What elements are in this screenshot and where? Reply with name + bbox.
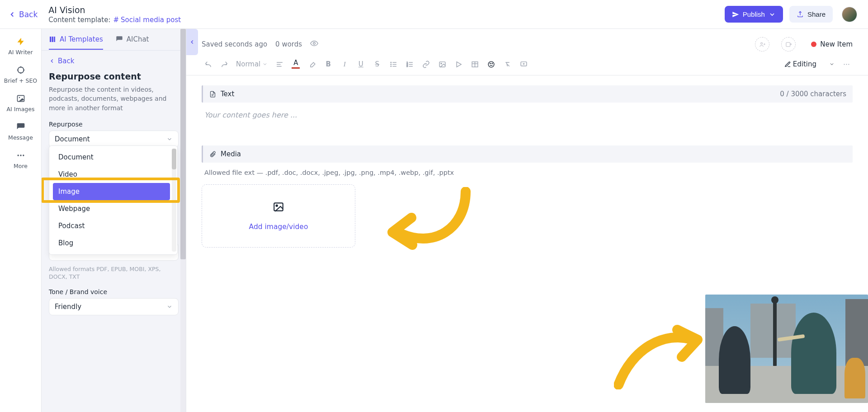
rail-brief-seo[interactable]: Brief + SEO bbox=[0, 66, 41, 84]
panel-heading: Repurpose content bbox=[49, 71, 179, 81]
redo-icon bbox=[221, 61, 228, 68]
underline-button[interactable]: U bbox=[354, 58, 367, 70]
play-icon bbox=[455, 61, 462, 68]
svg-point-15 bbox=[761, 42, 763, 44]
text-color-button[interactable]: A bbox=[289, 58, 302, 70]
panel-back-button[interactable]: Back bbox=[49, 57, 179, 65]
preview-button[interactable] bbox=[310, 39, 318, 49]
table-icon bbox=[471, 61, 479, 68]
number-list-button[interactable]: 123 bbox=[403, 58, 416, 70]
dropdown-option-document[interactable]: Document bbox=[53, 149, 170, 166]
avatar[interactable] bbox=[842, 7, 857, 22]
ai-panel: AI Templates AIChat Back Repurpose conte… bbox=[42, 29, 186, 412]
overflow-menu-button[interactable] bbox=[840, 58, 853, 70]
panel-description: Repurpose the content in videos, podcast… bbox=[49, 85, 179, 112]
dropdown-option-video[interactable]: Video bbox=[53, 166, 170, 183]
svg-point-1 bbox=[18, 67, 24, 73]
svg-point-8 bbox=[17, 154, 19, 156]
svg-point-49 bbox=[846, 64, 847, 65]
svg-point-7 bbox=[19, 97, 20, 98]
svg-point-14 bbox=[313, 42, 316, 45]
character-counter: 0 / 3000 characters bbox=[780, 90, 846, 98]
status-dot-icon bbox=[811, 42, 816, 47]
color-swatch-icon bbox=[292, 67, 300, 69]
dropdown-option-webpage[interactable]: Webpage bbox=[53, 200, 170, 217]
eye-icon bbox=[310, 39, 318, 47]
template-link[interactable]: # Social media post bbox=[113, 16, 181, 24]
back-label: Back bbox=[19, 10, 38, 19]
svg-rect-11 bbox=[50, 37, 51, 42]
rail-more[interactable]: More bbox=[0, 151, 41, 169]
dropdown-scrollbar[interactable] bbox=[172, 149, 176, 252]
emoji-button[interactable] bbox=[485, 58, 497, 70]
back-button[interactable]: Back bbox=[8, 10, 38, 19]
chevron-left-icon bbox=[8, 10, 16, 19]
new-item-status[interactable]: New Item bbox=[811, 40, 853, 48]
target-icon bbox=[16, 66, 25, 75]
upload-icon bbox=[797, 11, 804, 18]
strikethrough-button[interactable]: S bbox=[371, 58, 383, 70]
table-button[interactable] bbox=[468, 58, 481, 70]
upload-dropzone[interactable]: Add image/video bbox=[202, 184, 355, 248]
svg-point-48 bbox=[844, 64, 844, 65]
paragraph-style-select[interactable]: Normal bbox=[234, 60, 269, 68]
panel-scrollbar[interactable] bbox=[180, 29, 186, 412]
highlight-button[interactable] bbox=[306, 58, 318, 70]
editing-mode-select[interactable]: Editing bbox=[783, 60, 836, 68]
pencil-icon bbox=[784, 61, 791, 68]
rail-ai-images[interactable]: AI Images bbox=[0, 94, 41, 112]
dropdown-option-blog[interactable]: Blog bbox=[53, 234, 170, 252]
title-block: AI Vision Content template: # Social med… bbox=[48, 5, 181, 24]
svg-point-10 bbox=[23, 154, 24, 156]
tone-select[interactable]: Friendly bbox=[49, 298, 179, 315]
templates-icon bbox=[49, 36, 56, 43]
video-button[interactable] bbox=[452, 58, 465, 70]
add-media-button[interactable] bbox=[781, 37, 796, 52]
share-button[interactable]: Share bbox=[789, 6, 833, 23]
collapse-panel-handle[interactable] bbox=[186, 29, 198, 55]
number-list-icon: 123 bbox=[406, 61, 414, 68]
publish-button[interactable]: Publish bbox=[725, 6, 783, 23]
link-button[interactable] bbox=[420, 58, 432, 70]
chevron-down-icon bbox=[262, 61, 268, 67]
highlighter-icon bbox=[308, 61, 316, 68]
redo-button[interactable] bbox=[218, 58, 231, 70]
hash-icon: # bbox=[113, 16, 119, 24]
svg-point-43 bbox=[490, 63, 490, 63]
svg-point-50 bbox=[848, 64, 849, 65]
svg-point-37 bbox=[441, 63, 442, 64]
dropdown-option-image[interactable]: Image bbox=[53, 183, 170, 200]
side-rail: AI Writer Brief + SEO AI Images Message … bbox=[0, 29, 42, 412]
chevron-down-icon bbox=[166, 304, 173, 310]
tab-ai-templates[interactable]: AI Templates bbox=[49, 30, 103, 50]
align-button[interactable] bbox=[273, 58, 286, 70]
media-block-title: Media bbox=[221, 150, 241, 158]
text-block-title: Text bbox=[221, 90, 234, 98]
emoji-icon bbox=[487, 61, 495, 68]
dropdown-option-podcast[interactable]: Podcast bbox=[53, 217, 170, 234]
rail-message[interactable]: Message bbox=[0, 122, 41, 141]
upload-link-label: Add image/video bbox=[249, 223, 308, 231]
svg-point-24 bbox=[391, 62, 391, 62]
undo-button[interactable] bbox=[202, 58, 214, 70]
repurpose-dropdown: Document Video Image Webpage Podcast Blo… bbox=[49, 145, 178, 255]
chat-bubble-icon bbox=[116, 36, 123, 43]
bullet-list-button[interactable] bbox=[387, 58, 400, 70]
page-title: AI Vision bbox=[48, 5, 181, 15]
text-block: Text 0 / 3000 characters Your content go… bbox=[202, 85, 853, 127]
bold-button[interactable]: B bbox=[322, 58, 335, 70]
image-icon bbox=[273, 201, 284, 213]
chevron-left-icon bbox=[49, 58, 55, 64]
comment-button[interactable] bbox=[517, 58, 530, 70]
repurpose-label: Repurpose bbox=[49, 121, 179, 128]
tone-label: Tone / Brand voice bbox=[49, 288, 179, 295]
user-plus-icon bbox=[759, 41, 766, 48]
italic-button[interactable]: I bbox=[338, 58, 351, 70]
rail-ai-writer[interactable]: AI Writer bbox=[0, 37, 41, 56]
tab-ai-chat[interactable]: AIChat bbox=[116, 30, 149, 50]
add-collaborator-button[interactable] bbox=[755, 37, 769, 52]
image-button[interactable] bbox=[436, 58, 448, 70]
clear-format-button[interactable] bbox=[501, 58, 514, 70]
text-content-input[interactable]: Your content goes here ... bbox=[202, 103, 853, 127]
svg-point-9 bbox=[20, 154, 21, 156]
